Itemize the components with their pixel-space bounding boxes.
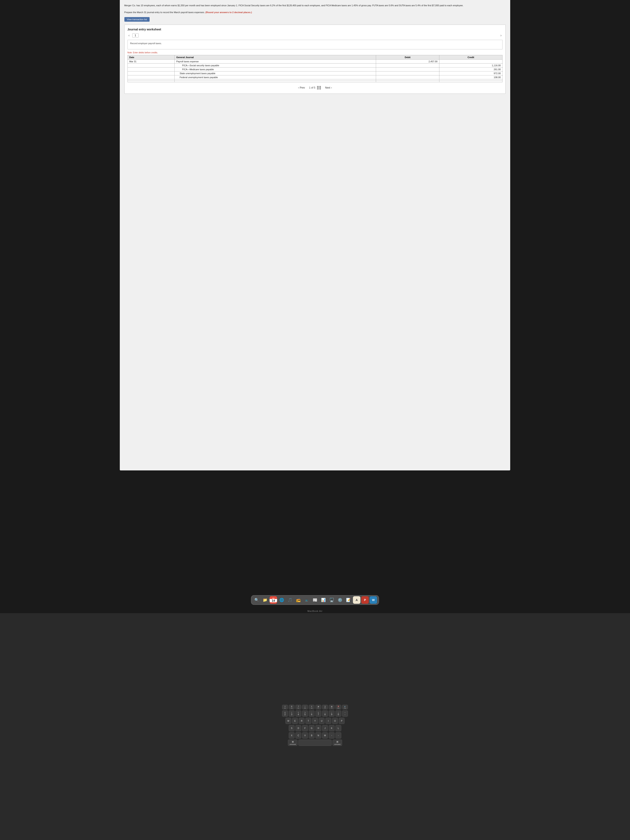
prev-page-button[interactable]: ‹: [128, 33, 131, 38]
cell-account[interactable]: [175, 79, 376, 81]
key-star-8[interactable]: *8: [322, 711, 328, 717]
pagination-footer: ‹ Prev 1 of 5 Next ›: [128, 86, 503, 89]
key-t[interactable]: T: [305, 718, 311, 724]
cell-debit[interactable]: [376, 67, 439, 71]
cell-debit[interactable]: [376, 75, 439, 79]
grid-view-icon[interactable]: [317, 86, 321, 89]
page-number-box[interactable]: 1: [132, 33, 139, 38]
cell-date: [128, 71, 175, 75]
record-description: Record employer payroll taxes.: [128, 40, 503, 49]
prev-link[interactable]: ‹ Prev: [298, 86, 305, 89]
dock-icon-settings[interactable]: ⚙️: [336, 596, 344, 604]
cell-credit[interactable]: 1,116.00: [439, 63, 502, 67]
key-rparen-0[interactable]: )0: [335, 711, 341, 717]
key-cmd-left[interactable]: ⌘command: [288, 740, 297, 746]
key-hash-3[interactable]: #3: [289, 711, 295, 717]
cell-date: Mar 31: [128, 59, 175, 63]
cell-debit[interactable]: 2,457.00: [376, 59, 439, 63]
key-f9[interactable]: ⏭F9: [329, 705, 335, 709]
key-gt[interactable]: >: [335, 732, 341, 739]
dock-icon-podcasts[interactable]: 📻: [295, 596, 302, 604]
cell-account[interactable]: State unemployment taxes payable: [175, 71, 376, 75]
cell-credit[interactable]: 108.00: [439, 75, 502, 79]
key-caret-6[interactable]: ^6: [309, 711, 314, 717]
key-space[interactable]: [298, 740, 332, 746]
cell-account[interactable]: [175, 81, 376, 82]
key-p[interactable]: P: [339, 718, 344, 724]
key-f5[interactable]: ☆F5: [302, 705, 308, 709]
dock-icon-powerpoint[interactable]: P: [361, 596, 369, 604]
cell-account[interactable]: FICA—Social security taxes payable: [175, 63, 376, 67]
key-o[interactable]: O: [332, 718, 338, 724]
dock-icon-stocks[interactable]: 📊: [320, 596, 327, 604]
qwerty-row: W E R T Y U I O P: [286, 718, 344, 724]
dock-icon-news[interactable]: 📰: [311, 596, 319, 604]
key-lt[interactable]: <: [329, 732, 335, 739]
cell-account[interactable]: FICA—Medicare taxes payable: [175, 67, 376, 71]
key-f2[interactable]: ☀F2: [282, 705, 288, 709]
key-l[interactable]: L: [335, 725, 341, 731]
key-amp-7[interactable]: &7: [316, 711, 321, 717]
key-f8[interactable]: ⏸F8: [322, 705, 328, 709]
key-s[interactable]: S: [289, 725, 295, 731]
key-n[interactable]: N: [316, 732, 321, 739]
cell-account[interactable]: Federal unemployment taxes payable: [175, 75, 376, 79]
cell-credit[interactable]: [439, 79, 502, 81]
next-link[interactable]: Next ›: [325, 86, 332, 89]
key-at-2[interactable]: @2: [282, 711, 288, 717]
dock-icon-pages[interactable]: 📝: [344, 596, 352, 604]
cell-debit[interactable]: [376, 63, 439, 67]
key-f11[interactable]: 🔉F11: [342, 705, 348, 709]
key-dash[interactable]: —-: [342, 711, 348, 717]
dock-icon-tv[interactable]: 📺: [303, 596, 310, 604]
dock-icon-calendar[interactable]: FRI 14: [270, 596, 277, 604]
key-f3[interactable]: ⊞F3: [289, 705, 295, 709]
view-transaction-button[interactable]: View transaction list: [125, 17, 150, 22]
key-cmd-right[interactable]: ⌘command: [333, 740, 342, 746]
key-e[interactable]: E: [292, 718, 298, 724]
cell-credit[interactable]: 972.00: [439, 71, 502, 75]
next-page-button[interactable]: ›: [499, 33, 502, 38]
dock-icon-fonts[interactable]: A: [353, 596, 360, 604]
table-row: State unemployment taxes payable 972.00: [128, 71, 502, 75]
key-f10[interactable]: 🔇F10: [335, 705, 341, 709]
key-h[interactable]: H: [316, 725, 321, 731]
key-c[interactable]: C: [295, 732, 301, 739]
dock-icon-chrome[interactable]: 🌐: [278, 596, 286, 604]
key-d[interactable]: D: [295, 725, 301, 731]
cell-credit[interactable]: 261.00: [439, 67, 502, 71]
key-i[interactable]: I: [325, 718, 331, 724]
dock-icon-music[interactable]: 🎵: [286, 596, 294, 604]
key-x[interactable]: X: [289, 732, 295, 739]
key-y[interactable]: Y: [312, 718, 318, 724]
key-r[interactable]: R: [299, 718, 305, 724]
key-b[interactable]: B: [309, 732, 314, 739]
key-dollar-4[interactable]: $4: [295, 711, 301, 717]
cell-date: [128, 81, 175, 82]
col-credit: Credit: [439, 55, 502, 59]
key-f6[interactable]: ✦F6: [309, 705, 314, 709]
key-f4[interactable]: ⠿F4: [295, 705, 301, 709]
cell-debit[interactable]: [376, 79, 439, 81]
key-v[interactable]: V: [302, 732, 308, 739]
key-f7[interactable]: ⏮F7: [316, 705, 321, 709]
cell-credit[interactable]: [439, 59, 502, 63]
key-j[interactable]: J: [322, 725, 328, 731]
cell-debit[interactable]: [376, 81, 439, 82]
cell-account[interactable]: Payroll taxes expense: [175, 59, 376, 63]
table-row: Mar 31 Payroll taxes expense 2,457.00: [128, 59, 502, 63]
dock-icon-finder[interactable]: 📁: [261, 596, 269, 604]
key-lparen-9[interactable]: (9: [329, 711, 335, 717]
key-m[interactable]: M: [322, 732, 328, 739]
dock-icon-word[interactable]: W: [369, 596, 377, 604]
cell-credit[interactable]: [439, 81, 502, 82]
dock-icon-monitor[interactable]: 🖥️: [328, 596, 335, 604]
dock-icon-spotlight[interactable]: 🔍: [253, 596, 261, 604]
key-f[interactable]: F: [302, 725, 308, 731]
key-w[interactable]: W: [286, 718, 291, 724]
key-k[interactable]: K: [329, 725, 335, 731]
key-percent-5[interactable]: %5: [302, 711, 308, 717]
cell-debit[interactable]: [376, 71, 439, 75]
key-g[interactable]: G: [309, 725, 314, 731]
key-u[interactable]: U: [319, 718, 325, 724]
